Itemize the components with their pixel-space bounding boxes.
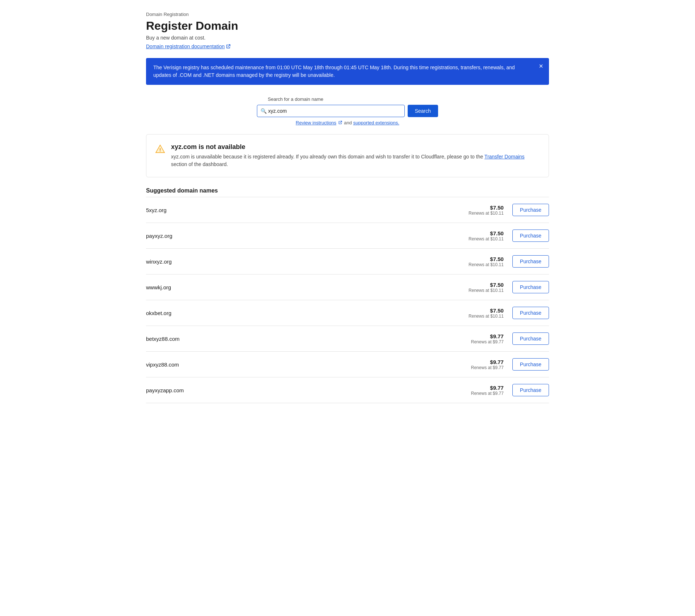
banner-close-button[interactable]: × xyxy=(539,62,543,70)
price-renew: Renews at $10.11 xyxy=(469,262,504,267)
domain-price: $9.77 Renews at $9.77 xyxy=(471,385,504,396)
breadcrumb: Domain Registration xyxy=(146,12,549,17)
supported-extensions-link[interactable]: supported extensions. xyxy=(353,120,399,125)
domain-name: winxyz.org xyxy=(146,259,172,265)
price-main: $7.50 xyxy=(469,282,504,288)
purchase-button[interactable]: Purchase xyxy=(512,255,549,268)
unavailable-desc-prefix: xyz.com is unavailable because it is reg… xyxy=(171,154,484,160)
price-renew: Renews at $9.77 xyxy=(471,339,504,344)
price-renew: Renews at $9.77 xyxy=(471,391,504,396)
price-main: $9.77 xyxy=(471,385,504,391)
purchase-button[interactable]: Purchase xyxy=(512,358,549,371)
domain-name: wwwkj.org xyxy=(146,284,171,290)
svg-text:!: ! xyxy=(159,147,161,153)
domain-name: 5xyz.org xyxy=(146,207,167,213)
search-input-wrapper: 🔍 xyxy=(257,105,405,117)
domain-row: okxbet.org $7.50 Renews at $10.11 Purcha… xyxy=(146,300,549,326)
external-link-icon xyxy=(226,44,230,49)
domain-price: $7.50 Renews at $10.11 xyxy=(469,204,504,216)
unavailable-title: xyz.com is not available xyxy=(171,143,540,151)
domain-name: payxyzapp.com xyxy=(146,387,184,393)
domain-name: okxbet.org xyxy=(146,310,171,316)
purchase-button[interactable]: Purchase xyxy=(512,384,549,396)
price-main: $7.50 xyxy=(469,256,504,262)
domain-right: $7.50 Renews at $10.11 Purchase xyxy=(469,204,549,216)
price-renew: Renews at $10.11 xyxy=(469,314,504,319)
price-main: $7.50 xyxy=(469,307,504,314)
domain-right: $9.77 Renews at $9.77 Purchase xyxy=(471,384,549,396)
domain-row: vipxyz88.com $9.77 Renews at $9.77 Purch… xyxy=(146,352,549,377)
domain-row: payxyzapp.com $9.77 Renews at $9.77 Purc… xyxy=(146,377,549,403)
search-section: Search for a domain name 🔍 Search Review… xyxy=(146,96,549,125)
doc-link-label: Domain registration documentation xyxy=(146,44,225,49)
maintenance-banner: The Verisign registry has scheduled main… xyxy=(146,58,549,85)
warning-icon: ! xyxy=(155,144,165,154)
search-button[interactable]: Search xyxy=(408,105,438,117)
domain-right: $7.50 Renews at $10.11 Purchase xyxy=(469,230,549,242)
price-renew: Renews at $9.77 xyxy=(471,365,504,370)
unavailable-description: xyz.com is unavailable because it is reg… xyxy=(171,153,540,168)
domain-right: $9.77 Renews at $9.77 Purchase xyxy=(471,332,549,345)
domain-price: $7.50 Renews at $10.11 xyxy=(469,282,504,293)
domain-right: $9.77 Renews at $9.77 Purchase xyxy=(471,358,549,371)
banner-message: The Verisign registry has scheduled main… xyxy=(153,65,515,78)
unavailable-content: xyz.com is not available xyz.com is unav… xyxy=(171,143,540,168)
doc-link[interactable]: Domain registration documentation xyxy=(146,44,230,49)
price-main: $7.50 xyxy=(469,230,504,236)
purchase-button[interactable]: Purchase xyxy=(512,281,549,293)
unavailable-box: ! xyz.com is not available xyz.com is un… xyxy=(146,134,549,177)
domain-row: winxyz.org $7.50 Renews at $10.11 Purcha… xyxy=(146,249,549,274)
search-input[interactable] xyxy=(257,105,405,117)
purchase-button[interactable]: Purchase xyxy=(512,230,549,242)
domain-row: 5xyz.org $7.50 Renews at $10.11 Purchase xyxy=(146,197,549,223)
domain-list: 5xyz.org $7.50 Renews at $10.11 Purchase… xyxy=(146,197,549,403)
domain-row: payxyz.org $7.50 Renews at $10.11 Purcha… xyxy=(146,223,549,249)
external-icon-hints xyxy=(338,121,342,124)
domain-price: $9.77 Renews at $9.77 xyxy=(471,333,504,344)
hint-and: and xyxy=(344,120,352,125)
domain-price: $7.50 Renews at $10.11 xyxy=(469,256,504,267)
domain-price: $7.50 Renews at $10.11 xyxy=(469,230,504,241)
purchase-button[interactable]: Purchase xyxy=(512,204,549,216)
domain-row: betxyz88.com $9.77 Renews at $9.77 Purch… xyxy=(146,326,549,352)
suggested-section: Suggested domain names 5xyz.org $7.50 Re… xyxy=(146,187,549,403)
price-renew: Renews at $10.11 xyxy=(469,236,504,241)
domain-right: $7.50 Renews at $10.11 Purchase xyxy=(469,307,549,319)
suggested-title: Suggested domain names xyxy=(146,187,549,194)
page-title: Register Domain xyxy=(146,19,549,33)
search-hints: Review instructions and supported extens… xyxy=(296,120,399,125)
price-main: $9.77 xyxy=(471,359,504,365)
price-renew: Renews at $10.11 xyxy=(469,288,504,293)
search-row: 🔍 Search xyxy=(257,105,438,117)
domain-right: $7.50 Renews at $10.11 Purchase xyxy=(469,281,549,293)
domain-price: $7.50 Renews at $10.11 xyxy=(469,307,504,319)
domain-name: vipxyz88.com xyxy=(146,361,179,368)
page-subtitle: Buy a new domain at cost. xyxy=(146,35,549,41)
domain-price: $9.77 Renews at $9.77 xyxy=(471,359,504,370)
transfer-domains-link[interactable]: Transfer Domains xyxy=(484,154,525,160)
purchase-button[interactable]: Purchase xyxy=(512,332,549,345)
search-icon: 🔍 xyxy=(261,108,267,114)
search-label: Search for a domain name xyxy=(268,96,323,102)
domain-name: payxyz.org xyxy=(146,233,172,239)
price-main: $9.77 xyxy=(471,333,504,339)
price-renew: Renews at $10.11 xyxy=(469,211,504,216)
unavailable-desc-suffix: section of the dashboard. xyxy=(171,161,228,167)
domain-row: wwwkj.org $7.50 Renews at $10.11 Purchas… xyxy=(146,274,549,300)
price-main: $7.50 xyxy=(469,204,504,211)
purchase-button[interactable]: Purchase xyxy=(512,307,549,319)
review-instructions-link[interactable]: Review instructions xyxy=(296,120,336,125)
domain-name: betxyz88.com xyxy=(146,336,180,342)
domain-right: $7.50 Renews at $10.11 Purchase xyxy=(469,255,549,268)
